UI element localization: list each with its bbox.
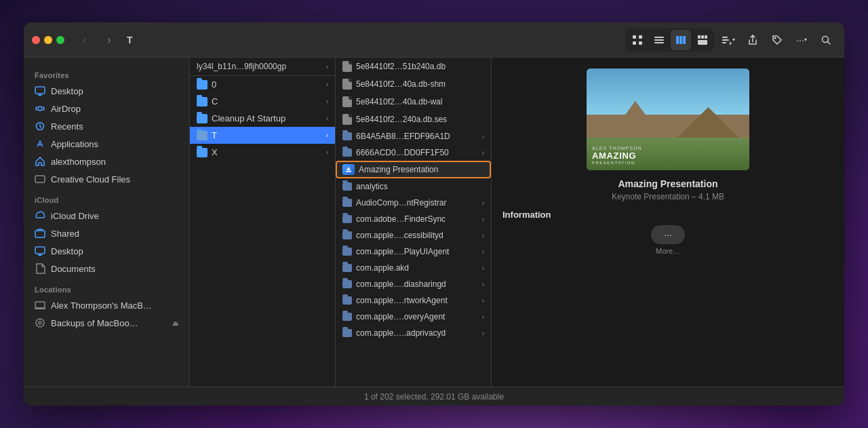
icon-view-button[interactable]	[627, 30, 648, 50]
col2-item-1[interactable]: 5e84410f2…40a.db-shm	[336, 75, 491, 93]
close-button[interactable]	[32, 36, 40, 44]
svg-rect-31	[346, 171, 351, 172]
col1-item-x-label: X	[212, 147, 218, 157]
gallery-icon	[697, 35, 708, 45]
sidebar-label-recents: Recents	[51, 121, 83, 132]
svg-rect-20	[38, 94, 42, 96]
eject-icon[interactable]: ⏏	[172, 319, 178, 327]
columns-area: ly34l_b11n…9fljh0000gp › 0 › C ›	[190, 58, 844, 387]
folder-icon-cessibility	[342, 231, 352, 239]
preview-sub-title: PRESENTATION	[592, 161, 744, 165]
col1-item-x[interactable]: X ›	[190, 144, 335, 161]
sidebar-item-airdrop[interactable]: AirDrop	[24, 100, 189, 117]
shared-icon	[35, 228, 45, 239]
col2-item-4-label: 6B4A5AB8…EFDF96A1D	[356, 132, 450, 141]
maximize-button[interactable]	[56, 36, 64, 44]
col2-item-rtwork-chevron: ›	[482, 297, 484, 305]
sidebar-item-icloud-desktop[interactable]: Desktop	[24, 242, 189, 260]
preview-more-label: More…	[656, 247, 680, 255]
col2-item-2-label: 5e84410f2…40a.db-wal	[356, 97, 442, 106]
sidebar-item-recents[interactable]: Recents	[24, 117, 189, 135]
creative-cloud-icon	[35, 174, 45, 184]
col2-item-5[interactable]: 6666ACD0…DD0FF1F50 ›	[336, 144, 491, 161]
col1-item-0[interactable]: 0 ›	[190, 76, 335, 93]
search-button[interactable]	[816, 30, 836, 50]
col1-item-0-left: 0	[197, 79, 216, 90]
share-button[interactable]	[743, 30, 763, 50]
col2-item-akd[interactable]: com.apple.akd ›	[336, 260, 491, 276]
svg-rect-28	[35, 308, 45, 309]
col1-item-x-left: X	[197, 147, 218, 157]
col2-item-cessibility[interactable]: com.apple….cessibilityd ›	[336, 227, 491, 244]
preview-img-content: ALEX THOMPSON AMAZING PRESENTATION	[587, 69, 749, 170]
preview-more-button[interactable]: ···	[651, 225, 685, 244]
gallery-view-button[interactable]	[692, 30, 713, 50]
col2-item-findersync-left: com.adobe…FinderSync	[342, 214, 446, 224]
col2-item-amazing-presentation[interactable]: Amazing Presentation	[336, 161, 491, 178]
minimize-button[interactable]	[44, 36, 52, 44]
traffic-lights	[32, 36, 64, 44]
col2-item-diasharing[interactable]: com.apple….diasharingd ›	[336, 276, 491, 292]
icloud-drive-icon	[35, 210, 45, 221]
col1-item-t[interactable]: T ›	[190, 127, 335, 144]
col2-item-2[interactable]: 5e84410f2…40a.db-wal	[336, 93, 491, 111]
sidebar-item-shared[interactable]: Shared	[24, 225, 189, 242]
col1-item-cleanup[interactable]: Cleanup At Startup ›	[190, 110, 335, 127]
col2-item-5-label: 6666ACD0…DD0FF1F50	[356, 148, 449, 157]
col2-item-findersync[interactable]: com.adobe…FinderSync ›	[336, 211, 491, 227]
folder-icon-5	[342, 149, 352, 157]
col2-item-analytics[interactable]: analytics	[336, 178, 491, 195]
col2-item-playui-left: com.apple….PlayUIAgent	[342, 247, 449, 256]
locations-header: Locations	[24, 277, 189, 296]
list-view-button[interactable]	[649, 30, 669, 50]
col2-item-overy-left: com.apple….overyAgent	[342, 312, 445, 322]
col2-item-playui[interactable]: com.apple….PlayUIAgent ›	[336, 244, 491, 260]
sidebar-item-desktop[interactable]: Desktop	[24, 82, 189, 100]
sidebar-item-macbook[interactable]: Alex Thompson's MacB…	[24, 296, 189, 314]
recents-icon	[35, 121, 45, 132]
folder-icon-overy	[342, 313, 352, 321]
share-icon	[747, 35, 758, 45]
col2-item-overy[interactable]: com.apple….overyAgent ›	[336, 309, 491, 325]
tag-button[interactable]	[767, 30, 787, 50]
group-by-button[interactable]: ▾	[718, 30, 738, 50]
col1-item-c[interactable]: C ›	[190, 93, 335, 110]
sidebar-item-creative-cloud[interactable]: Creative Cloud Files	[24, 170, 189, 188]
col2-item-3[interactable]: 5e84410f2…240a.db.ses	[336, 111, 491, 128]
applications-icon	[35, 138, 45, 149]
folder-icon-x	[197, 148, 208, 157]
svg-rect-13	[705, 35, 707, 39]
column-view-button[interactable]	[671, 30, 691, 50]
col2-item-diasharing-chevron: ›	[482, 281, 484, 288]
sidebar-item-backups[interactable]: Backups of MacBoo… ⏏	[24, 314, 189, 332]
preview-filetype: Keynote Presentation – 4.1 MB	[612, 192, 724, 201]
col2-item-playui-chevron: ›	[482, 248, 484, 256]
col2-item-4[interactable]: 6B4A5AB8…EFDF96A1D ›	[336, 128, 491, 144]
col2-item-0[interactable]: 5e84410f2…51b240a.db	[336, 58, 491, 75]
col2-item-adprivacy[interactable]: com.apple…..adprivacyd ›	[336, 325, 491, 341]
sidebar-item-icloud-drive[interactable]: iCloud Drive	[24, 207, 189, 225]
folder-icon-t	[197, 131, 208, 140]
back-button[interactable]: ‹	[75, 31, 94, 50]
col2-item-audiocomp[interactable]: AudioComp…ntRegistrar ›	[336, 195, 491, 211]
file-icon-0	[342, 61, 352, 72]
sidebar-item-alexthompson[interactable]: alexthompson	[24, 153, 189, 170]
airdrop-icon	[35, 103, 45, 114]
more-actions-button[interactable]: ··· ▾	[791, 30, 812, 50]
forward-button[interactable]: ›	[100, 31, 119, 50]
col2-item-amazing-left: Amazing Presentation	[342, 164, 438, 175]
col2-item-rtwork-label: com.apple….rtworkAgent	[356, 296, 448, 305]
columns-icon	[675, 35, 686, 45]
toolbar: ‹ › T	[24, 22, 844, 58]
sidebar-item-applications[interactable]: Applications	[24, 135, 189, 153]
col2-item-overy-chevron: ›	[482, 313, 484, 321]
col2-item-rtwork[interactable]: com.apple….rtworkAgent ›	[336, 292, 491, 309]
folder-icon-diasharing	[342, 280, 352, 288]
sidebar-item-documents[interactable]: Documents	[24, 260, 189, 277]
svg-rect-3	[639, 41, 642, 45]
svg-rect-4	[654, 37, 664, 38]
col2-item-audiocomp-label: AudioComp…ntRegistrar	[356, 198, 446, 208]
list-icon	[654, 35, 665, 45]
svg-rect-24	[35, 231, 45, 237]
view-controls: ▾ ··· ▾	[626, 28, 836, 52]
